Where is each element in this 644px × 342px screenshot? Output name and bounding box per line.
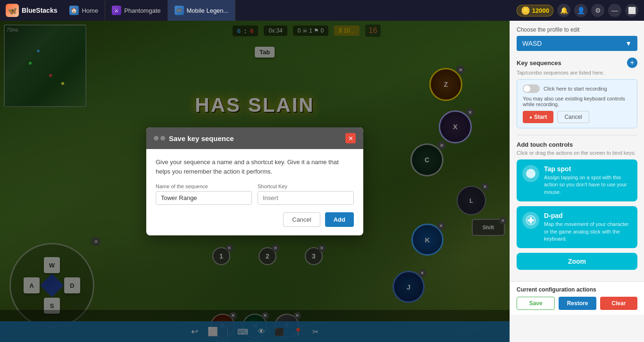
dpad-title: D-pad bbox=[544, 212, 632, 219]
name-field-group: Name of the sequence bbox=[156, 184, 252, 205]
tap-spot-card[interactable]: Tap spot Assign tapping on a spot with t… bbox=[517, 159, 637, 201]
dpad-card[interactable]: D-pad Map the movement of your character… bbox=[517, 206, 637, 248]
add-button[interactable]: Add bbox=[325, 212, 354, 227]
cancel-button[interactable]: Cancel bbox=[283, 212, 320, 227]
key-sequences-title: Key sequences bbox=[517, 59, 561, 67]
tab-mobile-legends[interactable]: 🎮 Mobile Legen... bbox=[168, 0, 236, 21]
home-tab-icon: 🏠 bbox=[69, 6, 79, 15]
dpad-content: D-pad Map the movement of your character… bbox=[544, 212, 632, 242]
key-sequences-desc: Tap/combo sequences are listed here. bbox=[517, 70, 637, 75]
recording-desc: You may also use existing keyboard contr… bbox=[523, 96, 631, 107]
modal-title: Save key sequence bbox=[169, 134, 342, 142]
recording-box: Click here to start recording You may al… bbox=[517, 79, 637, 128]
add-sequence-btn[interactable]: + bbox=[627, 58, 637, 68]
titlebar: 🦋 BlueStacks 🏠 Home ⚔ Phantomgate 🎮 Mobi… bbox=[0, 0, 644, 21]
modal-dot-1 bbox=[154, 136, 159, 141]
modal-dot-2 bbox=[160, 136, 165, 141]
phantom-tab-label: Phantomgate bbox=[124, 7, 160, 14]
name-input[interactable] bbox=[156, 191, 252, 205]
recording-toggle-row: Click here to start recording bbox=[523, 84, 631, 93]
recording-buttons: Start Cancel bbox=[523, 111, 631, 123]
save-key-sequence-modal: Save key sequence ✕ Give your sequence a… bbox=[146, 127, 363, 235]
add-touch-controls-title: Add touch controls bbox=[517, 141, 637, 148]
phantom-tab-icon: ⚔ bbox=[112, 6, 121, 15]
coin-icon: 🪙 bbox=[521, 6, 530, 15]
shortcut-field-label: Shortcut Key bbox=[258, 184, 354, 189]
config-section-title: Current configuration actions bbox=[517, 286, 637, 293]
tap-spot-icon bbox=[522, 165, 539, 182]
dpad-icon bbox=[522, 212, 539, 229]
restore-button[interactable]: Restore bbox=[559, 297, 596, 310]
mobile-tab-icon: 🎮 bbox=[175, 6, 184, 15]
tab-home[interactable]: 🏠 Home bbox=[63, 0, 105, 21]
cancel-recording-btn[interactable]: Cancel bbox=[557, 111, 589, 123]
coins-value: 12000 bbox=[532, 7, 549, 14]
dropdown-chevron-icon: ▼ bbox=[625, 40, 632, 47]
modal-header: Save key sequence ✕ bbox=[146, 127, 363, 149]
config-buttons: Save Restore Clear bbox=[517, 297, 637, 310]
profile-select[interactable]: WASD ▼ bbox=[517, 36, 637, 51]
start-btn-label: Start bbox=[534, 114, 547, 120]
tap-spot-title: Tap spot bbox=[544, 165, 632, 173]
tab-bar: 🏠 Home ⚔ Phantomgate 🎮 Mobile Legen... bbox=[63, 0, 510, 21]
zoom-btn[interactable]: Zoom bbox=[517, 253, 637, 270]
profile-selected-value: WASD bbox=[522, 40, 542, 47]
save-button[interactable]: Save bbox=[517, 297, 555, 310]
minimize-btn[interactable]: — bbox=[608, 4, 621, 17]
modal-header-dots bbox=[154, 136, 165, 141]
cancel-btn-label: Cancel bbox=[564, 114, 582, 120]
modal-body: Give your sequence a name and a shortcut… bbox=[146, 149, 363, 235]
profile-label: Choose the profile to edit bbox=[517, 26, 637, 33]
modal-overlay: Save key sequence ✕ Give your sequence a… bbox=[0, 21, 510, 342]
section-divider-1 bbox=[517, 135, 637, 135]
coins-display: 🪙 12000 bbox=[517, 5, 553, 17]
dpad-svg bbox=[526, 215, 536, 225]
start-recording-btn[interactable]: Start bbox=[523, 111, 553, 123]
notification-btn[interactable]: 🔔 bbox=[557, 4, 570, 17]
svg-point-5 bbox=[529, 219, 532, 222]
shortcut-input[interactable] bbox=[258, 191, 354, 205]
app-name: BlueStacks bbox=[22, 7, 57, 14]
recording-toggle[interactable] bbox=[523, 84, 540, 93]
modal-description: Give your sequence a name and a shortcut… bbox=[156, 158, 354, 176]
modal-actions: Cancel Add bbox=[156, 212, 354, 227]
settings-btn[interactable]: ⚙ bbox=[591, 4, 604, 17]
titlebar-right: 🪙 12000 🔔 👤 ⚙ — ⬜ bbox=[511, 4, 644, 17]
modal-close-btn[interactable]: ✕ bbox=[345, 133, 356, 143]
app-logo: 🦋 BlueStacks bbox=[0, 4, 63, 17]
panel-body: Choose the profile to edit WASD ▼ Key se… bbox=[510, 21, 644, 281]
tap-spot-circle bbox=[526, 169, 535, 178]
home-tab-label: Home bbox=[82, 7, 98, 14]
account-btn[interactable]: 👤 bbox=[574, 4, 587, 17]
recording-toggle-label: Click here to start recording bbox=[544, 86, 607, 92]
maximize-btn[interactable]: ⬜ bbox=[625, 4, 638, 17]
dpad-desc: Map the movement of your character or th… bbox=[544, 221, 632, 242]
clear-button[interactable]: Clear bbox=[600, 297, 637, 310]
key-sequences-header: Key sequences + bbox=[517, 58, 637, 68]
shortcut-field-group: Shortcut Key bbox=[258, 184, 354, 205]
modal-fields: Name of the sequence Shortcut Key bbox=[156, 184, 354, 205]
tap-spot-desc: Assign tapping on a spot with this actio… bbox=[544, 174, 632, 196]
name-field-label: Name of the sequence bbox=[156, 184, 252, 189]
bs-icon: 🦋 bbox=[6, 4, 19, 17]
tab-phantomgate[interactable]: ⚔ Phantomgate bbox=[105, 0, 167, 21]
right-panel: Advanced game controls ✕ Choose the prof… bbox=[510, 0, 644, 342]
add-touch-controls-desc: Click or drag the actions on the screen … bbox=[517, 150, 637, 156]
tap-spot-content: Tap spot Assign tapping on a spot with t… bbox=[544, 165, 632, 196]
current-config-section: Current configuration actions Save Resto… bbox=[510, 281, 644, 315]
mobile-tab-label: Mobile Legen... bbox=[187, 7, 229, 14]
